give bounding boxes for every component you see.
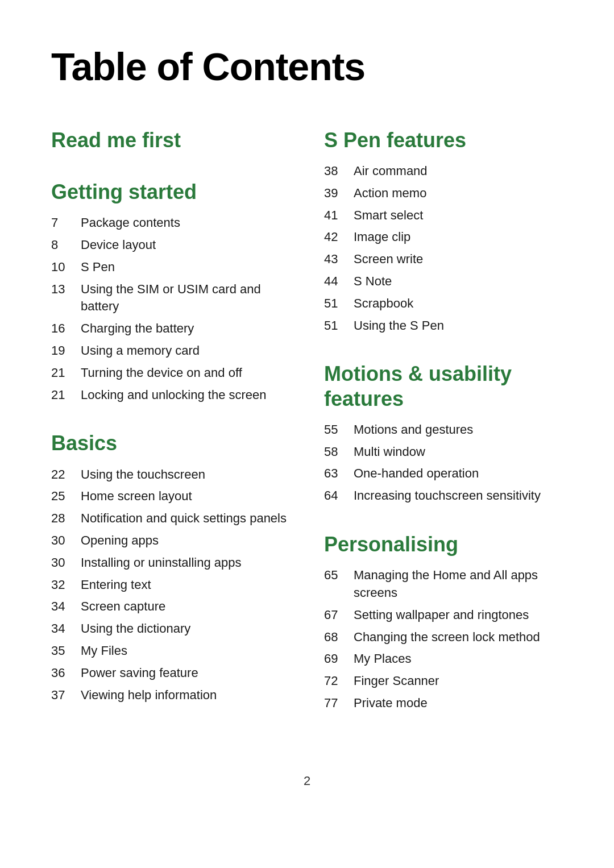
page-number-1-0: 55 (324, 421, 354, 439)
page-number-2-5: 77 (324, 695, 354, 712)
item-text-2-8: My Files (81, 642, 127, 660)
page-number-0-5: 44 (324, 273, 354, 290)
toc-item: 34Screen capture (51, 598, 290, 616)
page-number-2-4: 30 (51, 554, 81, 572)
page-title: Table of Contents (51, 45, 563, 88)
item-text-1-5: Using a memory card (81, 342, 200, 360)
toc-item: 36Power saving feature (51, 665, 290, 682)
toc-list-2: 22Using the touchscreen25Home screen lay… (51, 466, 290, 704)
item-text-0-5: S Note (354, 273, 392, 290)
toc-item: 22Using the touchscreen (51, 466, 290, 484)
item-text-1-1: Device layout (81, 236, 156, 254)
section-0: Read me first (51, 128, 290, 152)
right-column: S Pen features38Air command39Action memo… (324, 128, 563, 740)
item-text-0-4: Screen write (354, 251, 423, 268)
page-number-2-0: 65 (324, 567, 354, 584)
toc-item: 55Motions and gestures (324, 421, 563, 439)
toc-item: 51Using the S Pen (324, 317, 563, 335)
toc-item: 21Locking and unlocking the screen (51, 387, 290, 404)
page-number-1-3: 13 (51, 281, 81, 298)
page-number-2-6: 34 (51, 598, 81, 616)
page-number-2-9: 36 (51, 665, 81, 682)
page-number: 2 (51, 774, 563, 788)
item-text-2-1: Home screen layout (81, 488, 192, 505)
page-number-2-4: 72 (324, 672, 354, 690)
toc-item: 19Using a memory card (51, 342, 290, 360)
page-number-2-10: 37 (51, 687, 81, 704)
toc-item: 39Action memo (324, 185, 563, 202)
section-title-0: S Pen features (324, 128, 563, 152)
toc-item: 25Home screen layout (51, 488, 290, 505)
left-column: Read me firstGetting started7Package con… (51, 128, 290, 740)
item-text-0-6: Scrapbook (354, 295, 413, 313)
section-2: Personalising65Managing the Home and All… (324, 532, 563, 712)
page-number-2-5: 32 (51, 576, 81, 594)
item-text-0-1: Action memo (354, 185, 426, 202)
page-number-2-1: 25 (51, 488, 81, 505)
page-number-1-7: 21 (51, 387, 81, 404)
page-number-2-8: 35 (51, 642, 81, 660)
item-text-2-5: Entering text (81, 576, 151, 594)
toc-item: 68Changing the screen lock method (324, 629, 563, 646)
item-text-1-4: Charging the battery (81, 320, 194, 338)
toc-list-1: 55Motions and gestures58Multi window63On… (324, 421, 563, 505)
toc-item: 38Air command (324, 163, 563, 180)
item-text-2-9: Power saving feature (81, 665, 198, 682)
page-number-1-4: 16 (51, 320, 81, 338)
page-number-2-7: 34 (51, 620, 81, 638)
toc-item: 37Viewing help information (51, 687, 290, 704)
item-text-1-7: Locking and unlocking the screen (81, 387, 267, 404)
toc-item: 72Finger Scanner (324, 672, 563, 690)
toc-item: 30Installing or uninstalling apps (51, 554, 290, 572)
page-number-2-2: 28 (51, 510, 81, 528)
toc-item: 77Private mode (324, 695, 563, 712)
page-number-2-3: 69 (324, 650, 354, 668)
section-2: Basics22Using the touchscreen25Home scre… (51, 431, 290, 704)
page-number-0-3: 42 (324, 229, 354, 246)
item-text-0-3: Image clip (354, 229, 410, 246)
item-text-1-1: Multi window (354, 443, 425, 461)
toc-item: 58Multi window (324, 443, 563, 461)
page-number-2-0: 22 (51, 466, 81, 484)
toc-item: 21Turning the device on and off (51, 364, 290, 382)
toc-item: 64Increasing touchscreen sensitivity (324, 487, 563, 505)
page-number-1-2: 63 (324, 465, 354, 483)
page-number-0-2: 41 (324, 207, 354, 225)
page-number-1-0: 7 (51, 214, 81, 232)
item-text-0-7: Using the S Pen (354, 317, 444, 335)
item-text-1-3: Using the SIM or USIM card and battery (81, 281, 290, 316)
toc-item: 10S Pen (51, 259, 290, 276)
toc-item: 13Using the SIM or USIM card and battery (51, 281, 290, 316)
toc-item: 28Notification and quick settings panels (51, 510, 290, 528)
page-number-0-1: 39 (324, 185, 354, 202)
section-title-0: Read me first (51, 128, 290, 152)
page-number-1-6: 21 (51, 364, 81, 382)
toc-list-2: 65Managing the Home and All apps screens… (324, 567, 563, 712)
item-text-2-0: Using the touchscreen (81, 466, 205, 484)
toc-item: 63One-handed operation (324, 465, 563, 483)
page-number-2-1: 67 (324, 607, 354, 624)
toc-item: 67Setting wallpaper and ringtones (324, 607, 563, 624)
page-number-0-7: 51 (324, 317, 354, 335)
toc-item: 44S Note (324, 273, 563, 290)
item-text-1-2: One-handed operation (354, 465, 479, 483)
item-text-2-1: Setting wallpaper and ringtones (354, 607, 529, 624)
item-text-1-0: Package contents (81, 214, 180, 232)
item-text-1-6: Turning the device on and off (81, 364, 242, 382)
item-text-2-10: Viewing help information (81, 687, 217, 704)
page-number-0-6: 51 (324, 295, 354, 313)
section-title-2: Personalising (324, 532, 563, 556)
section-title-2: Basics (51, 431, 290, 455)
page-number-1-3: 64 (324, 487, 354, 505)
toc-item: 8Device layout (51, 236, 290, 254)
toc-item: 69My Places (324, 650, 563, 668)
page-number-1-5: 19 (51, 342, 81, 360)
page-number-1-1: 58 (324, 443, 354, 461)
toc-item: 16Charging the battery (51, 320, 290, 338)
item-text-2-5: Private mode (354, 695, 428, 712)
item-text-2-4: Installing or uninstalling apps (81, 554, 242, 572)
item-text-2-2: Changing the screen lock method (354, 629, 540, 646)
toc-item: 30Opening apps (51, 532, 290, 550)
page-number-2-3: 30 (51, 532, 81, 550)
page-number-2-2: 68 (324, 629, 354, 646)
